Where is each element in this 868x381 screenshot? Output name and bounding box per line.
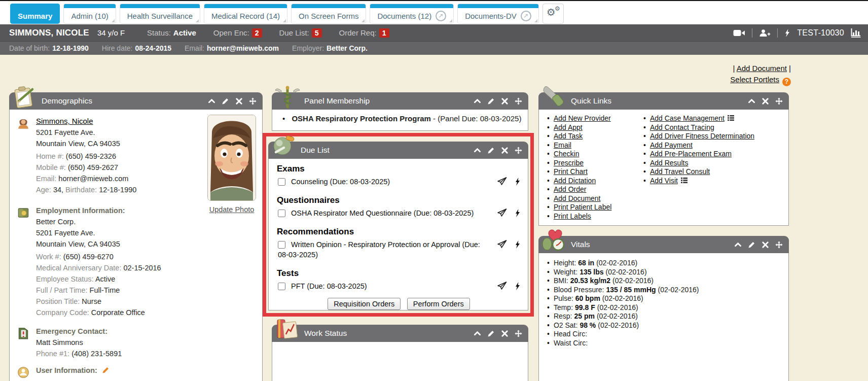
chart-stats-icon[interactable] [851, 28, 861, 38]
edit-icon[interactable] [748, 241, 755, 249]
employer-line: 5201 Fayette Ave. [36, 227, 161, 238]
perform-bolt-icon[interactable] [515, 240, 521, 249]
quick-link-add-case-management[interactable]: Add Case Management [650, 114, 725, 122]
quick-link-add-document[interactable]: Add Document [554, 194, 601, 202]
close-icon[interactable] [501, 147, 509, 154]
perform-bolt-icon[interactable] [515, 209, 521, 218]
patient-name-link[interactable]: Simmons, Nicole [36, 117, 93, 125]
divider [752, 28, 752, 38]
caduceus-icon [275, 85, 300, 109]
update-photo-link[interactable]: Update Photo [209, 205, 255, 214]
quick-link-print-chart[interactable]: Print Chart [554, 167, 588, 176]
collapse-icon[interactable] [208, 97, 215, 105]
quick-link-add-pre-placement-exam[interactable]: Add Pre-Placement Exam [650, 150, 732, 158]
vital-waist-circ-row: Waist Circ: [544, 339, 784, 348]
edit-pencil-icon[interactable] [102, 366, 110, 374]
quick-link-add-appt[interactable]: Add Appt [554, 123, 583, 131]
quick-link-add-payment[interactable]: Add Payment [650, 141, 693, 149]
add-document-link[interactable]: Add Document [737, 64, 787, 73]
quick-link-print-labels[interactable]: Print Labels [554, 212, 591, 220]
requisition-send-icon[interactable] [497, 282, 507, 291]
perform-bolt-icon[interactable] [515, 177, 521, 186]
close-icon[interactable] [501, 330, 509, 337]
quick-link-add-order[interactable]: Add Order [554, 185, 587, 193]
edit-icon[interactable] [487, 330, 495, 337]
address-line: Mountain View, CA 94035 [36, 138, 136, 149]
move-icon[interactable] [515, 330, 522, 337]
external-link-icon[interactable]: ↗ [436, 11, 446, 21]
tab-label: Summary [11, 8, 59, 23]
quick-link-add-contact-tracing[interactable]: Add Contact Tracing [650, 123, 714, 131]
chart-settings-gear-button[interactable]: ⚙ ⚙ [542, 4, 564, 24]
quick-link-add-task[interactable]: Add Task [554, 132, 583, 140]
quick-link-add-visit[interactable]: Add Visit [650, 177, 678, 185]
close-icon[interactable] [501, 97, 509, 105]
due-item-actions [497, 282, 521, 291]
move-icon[interactable] [515, 147, 522, 154]
edit-icon[interactable] [487, 147, 495, 154]
move-icon[interactable] [775, 241, 783, 249]
due-item-checkbox[interactable] [278, 210, 285, 217]
due-item-checkbox[interactable] [278, 241, 285, 249]
requisition-send-icon[interactable] [497, 240, 507, 249]
move-icon[interactable] [249, 97, 257, 105]
collapse-icon[interactable] [748, 97, 755, 105]
due-list-badge[interactable]: 5 [312, 28, 322, 38]
vitals-portlet: Vitals Height:68 in(02-02-2016) Weight:1… [538, 236, 789, 381]
quick-links-portlet: Quick Links Add New Provider Add Appt Ad… [538, 92, 789, 226]
tab-admin[interactable]: Admin (10) [63, 4, 116, 24]
collapse-icon[interactable] [734, 241, 742, 249]
tab-medical-record[interactable]: Medical Record (14) [204, 4, 287, 24]
external-link-icon[interactable]: ↗ [521, 11, 531, 21]
patient-photo[interactable] [207, 115, 256, 201]
edit-icon[interactable] [222, 97, 229, 105]
patient-avatar-icon [17, 116, 31, 195]
open-enc-badge[interactable]: 2 [252, 28, 262, 38]
help-icon[interactable]: ? [782, 78, 791, 86]
close-icon[interactable] [762, 97, 769, 105]
tab-summary[interactable]: Summary [10, 4, 60, 24]
close-icon[interactable] [762, 241, 769, 249]
tab-documents[interactable]: Documents (12) ↗ [370, 4, 454, 24]
perform-bolt-icon[interactable] [515, 282, 521, 291]
quick-action-bolt-icon[interactable] [784, 28, 790, 38]
portlet-title: Demographics [42, 96, 92, 106]
select-portlets-link[interactable]: Select Portlets [730, 75, 779, 84]
video-visit-icon[interactable] [733, 29, 745, 37]
quick-link-add-dictation[interactable]: Add Dictation [554, 177, 596, 185]
quick-link-add-travel-consult[interactable]: Add Travel Consult [650, 167, 710, 176]
home-phone-row: Home #: (650) 459-2326 [36, 151, 136, 162]
collapse-icon[interactable] [474, 330, 481, 337]
perform-orders-button[interactable]: Perform Orders [407, 298, 470, 310]
close-icon[interactable] [235, 97, 243, 105]
due-item-checkbox[interactable] [278, 178, 285, 186]
due-item-checkbox[interactable] [278, 283, 285, 290]
requisition-orders-button[interactable]: Requisition Orders [328, 298, 401, 310]
patient-header-primary: SIMMONS, NICOLE 34 y/o F Status: Active … [0, 24, 868, 41]
quick-link-add-results[interactable]: Add Results [650, 159, 688, 167]
quick-link-add-driver-fitness-determination[interactable]: Add Driver Fitness Determination [650, 132, 754, 140]
move-icon[interactable] [515, 97, 522, 105]
quick-link-add-new-provider[interactable]: Add New Provider [554, 114, 611, 122]
vital-height-row: Height:68 in(02-02-2016) [544, 259, 784, 268]
order-req-badge[interactable]: 1 [379, 28, 389, 38]
edit-icon[interactable] [487, 97, 495, 105]
collapse-icon[interactable] [474, 147, 481, 154]
dob-label: Date of birth: [9, 44, 50, 52]
tab-documents-dv[interactable]: Documents-DV ↗ [457, 4, 539, 24]
patient-name[interactable]: SIMMONS, NICOLE [9, 28, 89, 38]
move-icon[interactable] [775, 97, 783, 105]
tab-health-surveillance[interactable]: Health Surveillance [120, 4, 200, 24]
add-person-icon[interactable] [759, 29, 771, 37]
collapse-icon[interactable] [474, 97, 481, 105]
quick-link-prescribe[interactable]: Prescribe [554, 159, 584, 167]
user-info-icon [17, 365, 31, 381]
requisition-send-icon[interactable] [497, 177, 507, 186]
tab-on-screen-forms[interactable]: On Screen Forms [291, 4, 366, 24]
quick-link-checkin[interactable]: Checkin [554, 150, 580, 158]
quick-link-email[interactable]: Email [554, 141, 571, 149]
portlet-controls [474, 92, 522, 110]
open-enc-label: Open Enc: [213, 28, 249, 37]
quick-link-print-patient-label[interactable]: Print Patient Label [554, 203, 611, 211]
requisition-send-icon[interactable] [497, 209, 507, 218]
